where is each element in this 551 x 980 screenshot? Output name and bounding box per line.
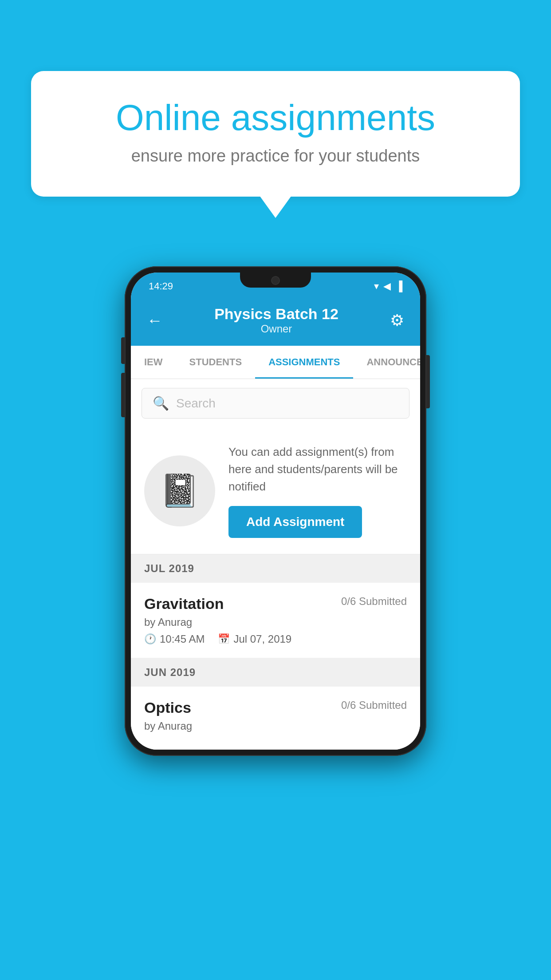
- assignment-submitted-2: 0/6 Submitted: [341, 699, 407, 711]
- promo-subtitle: ensure more practice for your students: [62, 146, 489, 166]
- phone-button-vol-down: [121, 373, 125, 417]
- assignment-time: 🕐 10:45 AM: [144, 633, 205, 645]
- app-header: ← Physics Batch 12 Owner ⚙: [131, 296, 420, 346]
- add-assignment-right: You can add assignment(s) from here and …: [228, 443, 407, 538]
- assignment-author: by Anurag: [144, 616, 407, 628]
- header-subtitle: Owner: [163, 323, 390, 335]
- tab-announcements[interactable]: ANNOUNCEM: [353, 346, 420, 379]
- phone-screen: 14:29 ▾ ◀ ▐ ← Physics Batch 12 Owner ⚙ I…: [131, 273, 420, 750]
- tab-bar: IEW STUDENTS ASSIGNMENTS ANNOUNCEM: [131, 346, 420, 379]
- assignment-icon-wrap: 📓: [144, 455, 215, 526]
- assignment-meta: 🕐 10:45 AM 📅 Jul 07, 2019: [144, 633, 407, 645]
- promo-card: Online assignments ensure more practice …: [31, 71, 520, 197]
- assignment-optics[interactable]: Optics 0/6 Submitted by Anurag: [131, 687, 420, 750]
- search-icon: 🔍: [153, 395, 169, 411]
- phone-mockup: 14:29 ▾ ◀ ▐ ← Physics Batch 12 Owner ⚙ I…: [125, 266, 426, 756]
- battery-icon: ▐: [395, 281, 402, 292]
- phone-button-vol-up: [121, 337, 125, 364]
- search-input-wrap[interactable]: 🔍 Search: [142, 388, 409, 419]
- add-assignment-button[interactable]: Add Assignment: [228, 506, 362, 538]
- section-jul-2019: JUL 2019: [131, 554, 420, 583]
- phone-notch: [240, 273, 311, 288]
- assignment-author-2: by Anurag: [144, 720, 407, 732]
- phone-body: 14:29 ▾ ◀ ▐ ← Physics Batch 12 Owner ⚙ I…: [125, 266, 426, 756]
- assignment-time-value: 10:45 AM: [160, 633, 205, 645]
- search-placeholder: Search: [176, 396, 216, 411]
- add-assignment-card: 📓 You can add assignment(s) from here an…: [131, 427, 420, 554]
- notebook-icon: 📓: [160, 472, 200, 510]
- tab-iew[interactable]: IEW: [131, 346, 176, 379]
- status-icons: ▾ ◀ ▐: [374, 281, 402, 292]
- assignment-header: Gravitation 0/6 Submitted: [144, 595, 407, 612]
- calendar-icon: 📅: [218, 633, 230, 645]
- assignment-submitted: 0/6 Submitted: [341, 595, 407, 608]
- assignment-date-value: Jul 07, 2019: [233, 633, 291, 645]
- signal-icon: ◀: [383, 281, 391, 292]
- clock-icon: 🕐: [144, 633, 156, 645]
- assignment-gravitation[interactable]: Gravitation 0/6 Submitted by Anurag 🕐 10…: [131, 583, 420, 658]
- back-button[interactable]: ←: [147, 311, 163, 330]
- promo-title: Online assignments: [62, 98, 489, 138]
- header-center: Physics Batch 12 Owner: [163, 305, 390, 335]
- settings-icon[interactable]: ⚙: [390, 311, 404, 330]
- header-title: Physics Batch 12: [163, 305, 390, 323]
- status-time: 14:29: [149, 281, 173, 292]
- phone-camera: [271, 276, 280, 285]
- tab-students[interactable]: STUDENTS: [176, 346, 256, 379]
- phone-button-power: [426, 355, 430, 408]
- assignment-header-2: Optics 0/6 Submitted: [144, 699, 407, 716]
- tab-assignments[interactable]: ASSIGNMENTS: [255, 346, 353, 379]
- wifi-icon: ▾: [374, 281, 379, 292]
- add-assignment-description: You can add assignment(s) from here and …: [228, 443, 407, 495]
- assignment-name: Gravitation: [144, 595, 224, 612]
- assignment-date: 📅 Jul 07, 2019: [218, 633, 291, 645]
- search-bar: 🔍 Search: [131, 379, 420, 427]
- assignment-name-2: Optics: [144, 699, 191, 716]
- section-jun-2019: JUN 2019: [131, 658, 420, 687]
